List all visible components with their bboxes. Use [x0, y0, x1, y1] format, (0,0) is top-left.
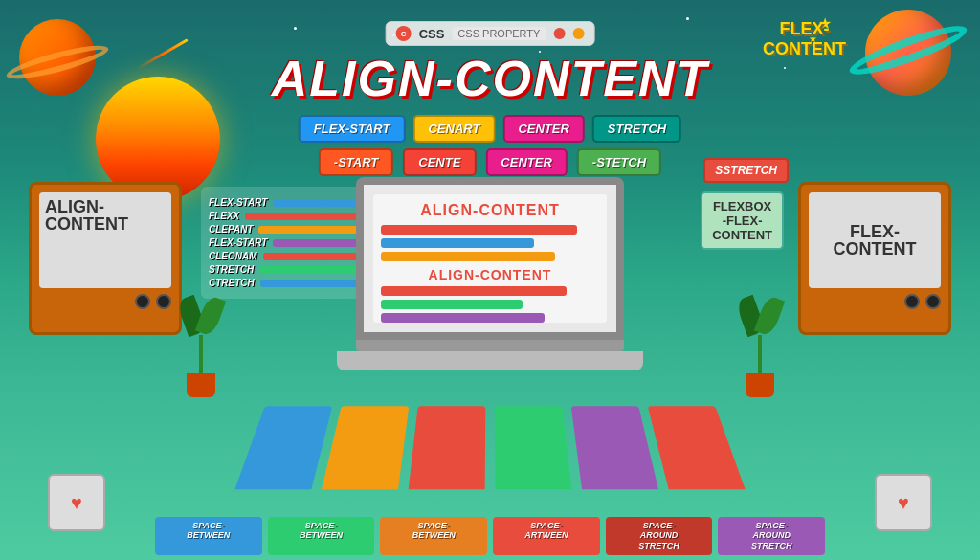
screen-bar4 [381, 286, 567, 296]
plant-pot [187, 373, 215, 397]
list-label: FLEX-START [209, 237, 267, 248]
plant-right [741, 297, 779, 397]
laptop-screen: ALIGN-CONTENT ALIGN-CONTENT [356, 177, 624, 340]
css-circle-icon: C [396, 26, 412, 41]
plant-left [182, 297, 220, 397]
bottom-box-right: ♥ [875, 474, 932, 531]
flexbox-content-text: CONTENT [712, 228, 772, 242]
list-label: CTRETCH [209, 278, 255, 288]
right-tv-text1: FLEX- [850, 223, 900, 240]
content-text: CONTENT [763, 39, 846, 59]
laptop-base [356, 340, 624, 351]
screen-bar3 [381, 252, 555, 261]
floor-bar-4 [495, 406, 572, 489]
right-tv: FLEX- CONTENT [798, 182, 951, 335]
screen-bar6 [381, 313, 545, 323]
flex-text: FLEX- [763, 19, 846, 39]
list-item: CLEPANT [209, 224, 366, 235]
bottom-label-3: SPACE-BETWEEN [380, 517, 487, 555]
flex-content-label-tr: FLEX- CONTENT [763, 19, 846, 59]
list-label: FLEXX [209, 211, 239, 221]
list-bar [259, 266, 366, 274]
left-tv-text2: CONTENT [45, 215, 166, 233]
list-bar [273, 199, 366, 207]
left-tv: ALIGN- CONTENT [29, 182, 182, 335]
minimize-button[interactable] [572, 28, 584, 39]
right-tv-knobs [809, 294, 941, 309]
list-bar [245, 213, 366, 220]
list-item: FLEXX [209, 211, 366, 221]
floor-bar-3 [409, 406, 486, 489]
screen-bar1 [381, 225, 577, 235]
floor-bar-1 [234, 406, 332, 489]
list-item: FLEX-START [209, 197, 366, 208]
bottom-label-5: SPACE-AROUNDSTRETCH [606, 517, 713, 555]
list-label: STRETCH [209, 264, 254, 275]
bottom-label-4: SPACE-ARTWEEN [493, 517, 600, 555]
plant-stem [199, 335, 203, 373]
plant-right-pot [746, 373, 774, 397]
list-label: CLEONAM [209, 251, 257, 261]
btn-flex-start[interactable]: FLEX-START [299, 115, 406, 143]
list-item: CTRETCH [209, 278, 366, 288]
bottom-label-1: SPACE-BETWEEN [155, 517, 262, 555]
right-tv-screen: FLEX- CONTENT [809, 192, 941, 288]
list-label: CLEPANT [209, 224, 253, 235]
screen-title2: ALIGN-CONTENT [381, 267, 599, 282]
flexbox-label: FLEXBOX -FLEX- CONTENT [701, 191, 784, 250]
tv-knob4 [925, 294, 941, 309]
left-tv-text1: ALIGN- [45, 198, 166, 215]
header-bar: C CSS CSS PROPERTY [386, 21, 595, 46]
flexbox-title: FLEXBOX [712, 199, 772, 213]
property-label: CSS PROPERTY [452, 27, 546, 40]
main-scene: ★ ★ ★ C CSS CSS PROPERTY ALIGN-CONTENT F… [0, 0, 980, 560]
floor-bars [234, 406, 745, 489]
tv-knob2 [156, 294, 171, 309]
prop-buttons-row1: FLEX-START CENART CENTER STRETCH [299, 115, 681, 143]
laptop-screen-content: ALIGN-CONTENT ALIGN-CONTENT [373, 194, 607, 323]
close-button[interactable] [553, 28, 565, 39]
planet-left [19, 19, 96, 96]
css-label: CSS [419, 27, 445, 41]
flexbox-flex-text: -FLEX- [712, 213, 772, 228]
plant-leaves [182, 297, 220, 335]
floor-bar-2 [322, 406, 409, 489]
btn-stretch[interactable]: STRETCH [592, 115, 681, 143]
screen-bar5 [381, 300, 523, 309]
btn-cenart[interactable]: CENART [412, 115, 495, 143]
list-item: STRETCH [209, 264, 366, 275]
laptop: ALIGN-CONTENT ALIGN-CONTENT [356, 177, 624, 370]
screen-title1: ALIGN-CONTENT [381, 202, 599, 219]
bottom-label-2: SPACE-BETWEEN [268, 517, 375, 555]
btn-stetch[interactable]: -STETCH [577, 148, 661, 176]
btn-center[interactable]: CENTER [502, 115, 584, 143]
list-label: FLEX-START [209, 197, 267, 208]
list-bar [273, 239, 366, 247]
heart-icon-right: ♥ [898, 492, 909, 514]
bottom-labels: SPACE-BETWEEN SPACE-BETWEEN SPACE-BETWEE… [155, 517, 825, 555]
list-item: CLEONAM [209, 251, 366, 261]
list-bar [260, 280, 366, 287]
right-tv-text2: CONTENT [834, 240, 917, 258]
btn-start[interactable]: -START [319, 148, 393, 176]
left-tv-screen: ALIGN- CONTENT [39, 192, 171, 288]
list-bar [263, 253, 366, 260]
bottom-box-left: ♥ [48, 474, 105, 531]
stretch-badge: SSTRETCH [703, 158, 789, 183]
prop-buttons-row2: -START CENTE CENTER -STETCH [319, 148, 661, 176]
floor-bar-5 [571, 406, 658, 489]
bottom-label-6: SPACE-AROUNDSTRETCH [718, 517, 825, 555]
laptop-keyboard [337, 351, 643, 370]
btn-center2[interactable]: CENTER [485, 148, 567, 176]
list-panel: FLEX-START FLEXX CLEPANT FLEX-START CLEO… [201, 187, 373, 299]
main-title: ALIGN-CONTENT [272, 50, 708, 107]
heart-icon-left: ♥ [71, 492, 82, 514]
floor-bar-6 [648, 406, 746, 489]
plant-right-leaves [741, 297, 779, 335]
btn-cente[interactable]: CENTE [403, 148, 476, 176]
tv-knob3 [904, 294, 920, 309]
tv-knobs [39, 294, 171, 309]
plant-right-stem [758, 335, 762, 373]
tv-knob1 [135, 294, 150, 309]
screen-bar2 [381, 238, 534, 248]
